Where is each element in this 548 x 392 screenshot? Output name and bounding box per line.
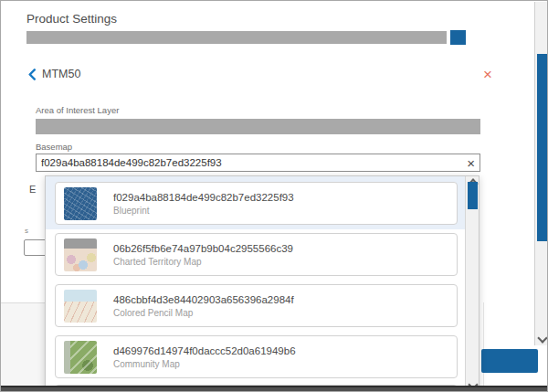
basemap-thumbnail-community	[64, 341, 97, 374]
list-item-texts: f029a4ba88184de499c82b7ed3225f93 Bluepri…	[113, 192, 294, 216]
basemap-id: 06b26f5fb6e74a97b9b04c2955566c39	[113, 243, 293, 254]
list-item-community[interactable]: d469976d14974f0daccc52d0a61949b6 Communi…	[55, 335, 458, 378]
dropdown-row-selected[interactable]: f029a4ba88184de499c82b7ed3225f93 Bluepri…	[46, 176, 465, 229]
page-scrollbar-thumb[interactable]	[537, 54, 548, 241]
basemap-combobox[interactable]: f029a4ba88184de499c82b7ed3225f93 ×	[36, 154, 480, 172]
clear-input-icon[interactable]: ×	[467, 156, 475, 170]
dropdown-scrollbar-thumb[interactable]	[468, 182, 478, 209]
list-item-texts: 06b26f5fb6e74a97b9b04c2955566c39 Charted…	[113, 243, 293, 267]
basemap-thumbnail-blueprint	[64, 187, 97, 220]
basemap-id: d469976d14974f0daccc52d0a61949b6	[113, 345, 296, 356]
scroll-down-icon[interactable]	[537, 333, 547, 343]
window-bottom-edge	[1, 386, 548, 392]
basemap-id: f029a4ba88184de499c82b7ed3225f93	[113, 192, 294, 203]
page-title: Product Settings	[26, 12, 117, 26]
list-item-texts: d469976d14974f0daccc52d0a61949b6 Communi…	[113, 345, 296, 369]
back-button[interactable]: MTM50	[27, 68, 80, 80]
aoi-layer-input-masked[interactable]	[36, 119, 480, 134]
chevron-left-icon	[27, 69, 37, 80]
basemap-input-value[interactable]: f029a4ba88184de499c82b7ed3225f93	[41, 157, 467, 168]
product-settings-window: Product Settings MTM50 × Area of Interes…	[0, 0, 548, 392]
basemap-name: Community Map	[113, 359, 296, 369]
obscured-label-fragment-1: E	[29, 184, 36, 195]
list-item-charted-territory[interactable]: 06b26f5fb6e74a97b9b04c2955566c39 Charted…	[55, 233, 458, 276]
product-name-label: MTM50	[42, 68, 80, 80]
masked-title-bar	[26, 31, 447, 44]
dropdown-scrollbar[interactable]	[465, 176, 479, 392]
primary-action-button[interactable]	[481, 349, 538, 373]
list-item-texts: 486cbbf4d3e84402903a656396a2984f Colored…	[113, 294, 294, 318]
basemap-thumbnail-colored-pencil	[64, 290, 97, 323]
list-item-colored-pencil[interactable]: 486cbbf4d3e84402903a656396a2984f Colored…	[55, 284, 458, 327]
basemap-label: Basemap	[36, 142, 72, 152]
basemap-id: 486cbbf4d3e84402903a656396a2984f	[113, 294, 294, 305]
basemap-thumbnail-charted-territory	[64, 238, 97, 271]
basemap-name: Colored Pencil Map	[113, 308, 294, 318]
basemap-name: Blueprint	[113, 206, 294, 216]
basemap-name: Charted Territory Map	[113, 257, 293, 267]
page-scrollbar[interactable]	[534, 2, 548, 345]
list-item-blueprint[interactable]: f029a4ba88184de499c82b7ed3225f93 Bluepri…	[55, 182, 458, 225]
basemap-dropdown-list: f029a4ba88184de499c82b7ed3225f93 Bluepri…	[45, 175, 480, 392]
page-background-left	[1, 302, 45, 392]
accent-square-button[interactable]	[450, 30, 466, 45]
close-icon[interactable]: ×	[483, 67, 492, 82]
obscured-label-fragment-2: s	[25, 227, 28, 235]
aoi-layer-label: Area of Interest Layer	[36, 105, 119, 115]
